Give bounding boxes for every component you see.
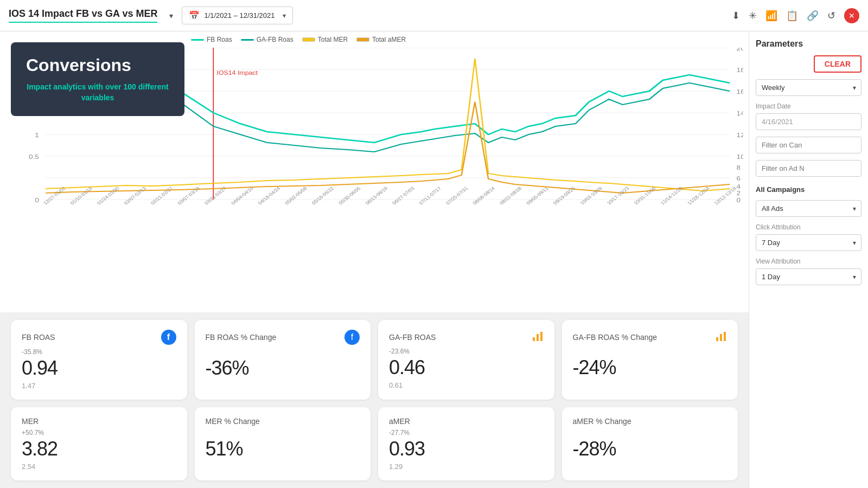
svg-text:08/22-08/28: 08/22-08/28 — [499, 186, 523, 206]
metric-fb-roas-pct-header: FB ROAS % Change f — [206, 330, 360, 345]
svg-text:01/24-01/30: 01/24-01/30 — [96, 186, 120, 206]
metric-mer-change: +50.7% — [22, 429, 44, 436]
click-attribution-select[interactable]: 7 Day 1 Day 28 Day — [756, 234, 861, 251]
view-attribution-select-wrapper: 1 Day 7 Day — [756, 268, 861, 285]
bar-chart-icon[interactable]: 📶 — [765, 10, 777, 22]
legend-total-amer: Total aMER — [356, 36, 406, 43]
svg-text:1: 1 — [35, 132, 39, 138]
date-range-value: 1/1/2021 – 12/31/2021 — [204, 11, 275, 20]
view-attribution-label: View Attribution — [756, 258, 861, 265]
all-ads-select[interactable]: All Ads — [756, 200, 861, 217]
metric-mer-pct-prev — [206, 463, 208, 471]
metric-amer: aMER -27.7% 0.93 1.29 — [378, 407, 554, 480]
click-attribution-select-wrapper: 7 Day 1 Day 28 Day — [756, 234, 861, 251]
svg-text:6: 6 — [737, 175, 741, 182]
metric-mer-pct: MER % Change 51% — [195, 407, 371, 480]
svg-rect-58 — [724, 332, 726, 341]
frequency-select-wrapper: Weekly Daily Monthly — [756, 79, 861, 96]
conversions-title: Conversions — [26, 55, 169, 75]
refresh-icon[interactable]: ↺ — [827, 10, 835, 22]
svg-text:0: 0 — [737, 197, 741, 203]
metric-ga-fb-roas-pct-value: -24% — [573, 356, 616, 379]
metric-mer-pct-header: MER % Change — [206, 417, 360, 426]
header-icon-group: ⬇ ✳ 📶 📋 🔗 ↺ ✕ — [732, 8, 859, 23]
metric-mer-header: MER — [22, 417, 176, 426]
svg-text:07/11-07/17: 07/11-07/17 — [418, 186, 442, 206]
legend-total-amer-line — [356, 37, 369, 42]
metric-mer-pct-value: 51% — [206, 438, 243, 460]
metric-fb-roas-pct-change — [206, 348, 207, 356]
metric-fb-roas-header: FB ROAS f — [22, 330, 176, 345]
svg-text:12: 12 — [737, 132, 743, 138]
svg-text:20: 20 — [737, 48, 743, 52]
copy-icon[interactable]: 📋 — [786, 10, 798, 22]
svg-text:10/03-10/09: 10/03-10/09 — [579, 186, 603, 206]
metric-ga-fb-roas-pct-header: GA-FB ROAS % Change — [573, 330, 727, 344]
metric-amer-change: -27.7% — [389, 429, 410, 436]
brightness-icon[interactable]: ✳ — [749, 10, 757, 22]
svg-text:05/30-06/05: 05/30-06/05 — [337, 186, 362, 206]
metric-amer-prev: 1.29 — [389, 463, 403, 471]
metric-fb-roas-value: 0.94 — [22, 357, 58, 380]
filter-ad-input[interactable] — [756, 160, 861, 177]
svg-text:11/28-12/04: 11/28-12/04 — [686, 186, 711, 206]
metric-mer-pct-title: MER % Change — [206, 417, 260, 426]
svg-text:18: 18 — [737, 67, 743, 73]
ga-bar-icon2 — [715, 330, 727, 344]
impact-date-input[interactable] — [756, 113, 861, 130]
svg-text:06/13-06/19: 06/13-06/19 — [364, 186, 388, 206]
parameters-panel: Parameters CLEAR Weekly Daily Monthly Im… — [749, 31, 868, 488]
legend-total-mer-line — [302, 37, 315, 42]
metric-ga-fb-roas-prev: 0.61 — [389, 381, 403, 389]
title-dropdown-icon[interactable]: ▾ — [169, 11, 173, 20]
legend-total-mer-label: Total MER — [318, 36, 348, 43]
legend-ga-fb-roas-label: GA-FB Roas — [257, 36, 293, 43]
metric-fb-roas-prev: 1.47 — [22, 382, 35, 390]
close-icon[interactable]: ✕ — [844, 8, 859, 23]
metric-ga-fb-roas-value: 0.46 — [389, 356, 425, 379]
metric-amer-pct-prev — [573, 463, 575, 471]
clear-button[interactable]: CLEAR — [814, 55, 861, 73]
svg-text:IOS14 Impact: IOS14 Impact — [216, 70, 258, 76]
svg-text:0.5: 0.5 — [29, 153, 39, 160]
impact-date-label: Impact Date — [756, 102, 861, 110]
svg-text:03/07-03/13: 03/07-03/13 — [176, 186, 201, 206]
view-attribution-select[interactable]: 1 Day 7 Day — [756, 268, 861, 285]
svg-text:04/18-04/24: 04/18-04/24 — [257, 186, 282, 206]
main-content: Conversions Impact analytics with over 1… — [0, 31, 868, 488]
legend-total-mer: Total MER — [302, 36, 348, 43]
metric-mer-title: MER — [22, 417, 39, 426]
fb-icon: f — [161, 330, 176, 345]
metric-amer-pct-value: -28% — [573, 438, 616, 460]
download-icon[interactable]: ⬇ — [732, 10, 740, 22]
all-campaigns-label: All Campaigns — [756, 183, 861, 194]
svg-text:02/07-02/13: 02/07-02/13 — [123, 186, 147, 206]
svg-text:02/21-02/27: 02/21-02/27 — [150, 186, 174, 206]
filter-campaign-input[interactable] — [756, 137, 861, 153]
date-picker-chevron: ▾ — [283, 12, 286, 20]
legend-total-amer-label: Total aMER — [372, 36, 406, 43]
svg-rect-56 — [716, 337, 718, 341]
metric-mer-value: 3.82 — [22, 438, 58, 460]
metric-ga-fb-roas-pct-title: GA-FB ROAS % Change — [573, 333, 658, 342]
svg-text:08/08-08/14: 08/08-08/14 — [471, 186, 496, 206]
parameters-title: Parameters — [756, 39, 861, 49]
svg-text:0: 0 — [35, 197, 39, 203]
legend-fb-roas-line — [191, 39, 204, 41]
metric-fb-roas-change: -35.8% — [22, 348, 42, 356]
legend-ga-fb-roas-line — [241, 39, 254, 41]
svg-rect-57 — [720, 334, 722, 341]
svg-text:8: 8 — [737, 164, 741, 171]
metric-ga-fb-roas-pct-change — [573, 348, 575, 355]
metrics-grid: FB ROAS f -35.8% 0.94 1.47 FB ROAS % Cha… — [0, 312, 749, 488]
svg-rect-53 — [533, 337, 535, 341]
link-icon[interactable]: 🔗 — [807, 10, 819, 22]
fb-icon2: f — [344, 330, 360, 345]
svg-text:10: 10 — [737, 153, 743, 160]
impact-date-section: Impact Date — [756, 102, 861, 130]
svg-text:07/25-07/31: 07/25-07/31 — [445, 186, 469, 206]
metric-amer-value: 0.93 — [389, 438, 425, 460]
metric-ga-fb-roas-change: -23.6% — [389, 348, 410, 355]
date-range-picker[interactable]: 📅 1/1/2021 – 12/31/2021 ▾ — [182, 7, 292, 24]
frequency-select[interactable]: Weekly Daily Monthly — [756, 79, 861, 96]
